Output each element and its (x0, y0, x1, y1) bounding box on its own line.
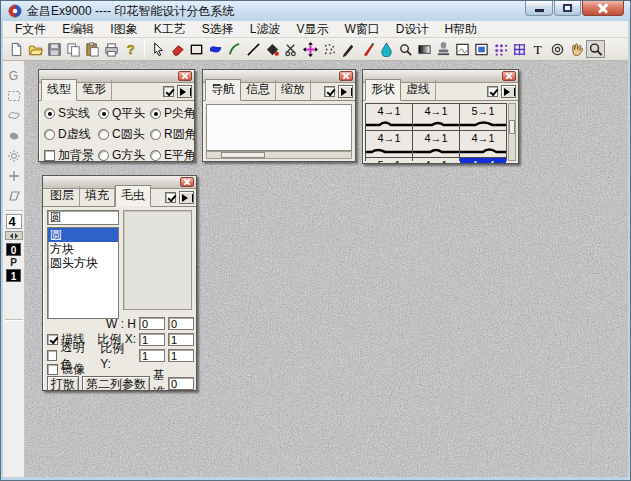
option-dash-line[interactable]: D虚线 (44, 126, 98, 143)
palette-pin-checkbox[interactable] (324, 86, 335, 97)
help-icon[interactable]: ? (121, 40, 140, 58)
droplet-icon[interactable] (377, 40, 396, 58)
option-round-corner[interactable]: R圆角 (150, 126, 195, 143)
palette-close-button[interactable] (178, 71, 192, 81)
palette-pin-checkbox[interactable] (165, 192, 176, 203)
transparent-checkbox[interactable] (47, 350, 57, 361)
title-bar[interactable]: 金昌Ex9000 ---- 印花智能设计分色系统 (1, 1, 630, 21)
scissors-icon[interactable] (282, 40, 301, 58)
tab-layer[interactable]: 图层 (45, 186, 80, 206)
palette-close-button[interactable] (502, 71, 516, 81)
tab-pen-shape[interactable]: 笔形 (77, 80, 112, 100)
pen-width-value[interactable]: 4 (6, 214, 22, 229)
p-tool-button[interactable]: P (10, 257, 17, 268)
marquee-icon[interactable] (5, 87, 23, 105)
scatter-button[interactable]: 打散 (47, 376, 79, 392)
menu-edit[interactable]: E编辑 (54, 21, 102, 37)
shape-cell[interactable]: 5→1 (366, 158, 412, 164)
blob-icon[interactable] (5, 127, 23, 145)
base-1-field[interactable]: 0 (168, 377, 194, 390)
second-column-params-button[interactable]: 第二列参数 (82, 376, 150, 392)
option-add-background[interactable]: 加背景 (44, 147, 98, 162)
menu-file[interactable]: F文件 (7, 21, 54, 37)
shape-cell[interactable]: 4→1 (413, 131, 459, 157)
stroke-checkbox[interactable] (47, 334, 58, 345)
option-sharp-corner[interactable]: P尖角 (150, 105, 195, 122)
menu-select[interactable]: S选择 (194, 21, 242, 37)
copy-icon[interactable] (64, 40, 83, 58)
minimize-button[interactable] (525, 1, 553, 16)
stamp-icon[interactable] (434, 40, 453, 58)
list-item-square[interactable]: 方块 (48, 242, 118, 256)
tab-info[interactable]: 信息 (241, 80, 276, 100)
palette-close-button[interactable] (180, 177, 194, 187)
shape-cell[interactable]: 4→1 (366, 104, 412, 130)
background-index-chip[interactable]: 1 (6, 269, 21, 282)
option-round-tip[interactable]: C圆头 (98, 126, 150, 143)
palette-pin-checkbox[interactable] (163, 86, 174, 97)
navigator-hscrollbar[interactable] (206, 151, 352, 159)
tab-line-type[interactable]: 线型 (41, 79, 77, 101)
tab-caterpillar[interactable]: 毛虫 (115, 185, 151, 207)
gradient-rect-icon[interactable] (415, 40, 434, 58)
scale-x1-field[interactable]: 1 (139, 333, 165, 346)
scroll-thumb[interactable] (221, 152, 264, 158)
magnifier-icon[interactable] (586, 40, 605, 58)
spray-icon[interactable] (320, 40, 339, 58)
menu-window[interactable]: W窗口 (336, 21, 387, 37)
hand-icon[interactable] (567, 40, 586, 58)
text-icon[interactable]: T (529, 40, 548, 58)
tab-shape[interactable]: 形状 (365, 79, 401, 101)
restore-button[interactable] (554, 1, 581, 16)
curve-icon[interactable] (225, 40, 244, 58)
menu-image[interactable]: I图象 (102, 21, 145, 37)
option-flat-corner[interactable]: E平角 (150, 147, 195, 162)
shape-cell[interactable]: 4→1 (366, 131, 412, 157)
scale-x2-field[interactable]: 1 (168, 333, 194, 346)
sun-icon[interactable] (5, 147, 23, 165)
select-cursor-icon[interactable] (149, 40, 168, 58)
mirror-checkbox[interactable] (47, 364, 58, 375)
palette-expand-button[interactable] (501, 85, 516, 98)
option-square-tip[interactable]: G方头 (98, 147, 150, 162)
shape-cell[interactable]: 4→1 (413, 104, 459, 130)
shape-cell-selected[interactable]: 4→4 (460, 158, 506, 164)
shape-cell[interactable]: 4→1 (413, 158, 459, 164)
palette-pin-checkbox[interactable] (487, 86, 498, 97)
menu-craft[interactable]: K工艺 (146, 21, 194, 37)
foreground-index-chip[interactable]: 0 (6, 243, 21, 256)
cross-icon[interactable] (5, 167, 23, 185)
palette-expand-button[interactable] (179, 191, 194, 204)
tab-zoom[interactable]: 缩放 (276, 80, 311, 100)
g-tool-button[interactable]: G (5, 67, 23, 85)
brush-list[interactable]: 圆 方块 圆头方块 (47, 227, 119, 319)
spiral-icon[interactable] (548, 40, 567, 58)
shape-cell[interactable]: 4→1 (460, 131, 506, 157)
height-field[interactable]: 0 (168, 317, 194, 330)
menu-design[interactable]: D设计 (388, 21, 437, 37)
pen-width-scrollbar[interactable] (5, 231, 23, 240)
shape-cell[interactable]: 5→1 (460, 104, 506, 130)
paste-icon[interactable] (83, 40, 102, 58)
grid-icon[interactable] (510, 40, 529, 58)
navigator-view[interactable] (206, 104, 352, 151)
brush-filter-field[interactable]: 圆 (47, 210, 119, 225)
tab-fill[interactable]: 填充 (80, 186, 115, 206)
option-solid-line[interactable]: S实线 (44, 105, 98, 122)
image-frame-icon[interactable] (472, 40, 491, 58)
tab-dash[interactable]: 虚线 (401, 80, 436, 100)
menu-filter[interactable]: L滤波 (242, 21, 289, 37)
zoom-small-icon[interactable] (396, 40, 415, 58)
line-icon[interactable] (244, 40, 263, 58)
scale-y2-field[interactable]: 1 (168, 349, 194, 362)
lasso-icon[interactable] (206, 40, 225, 58)
list-item-circle[interactable]: 圆 (48, 228, 118, 242)
open-folder-icon[interactable] (26, 40, 45, 58)
pen-icon[interactable] (339, 40, 358, 58)
halftone-icon[interactable] (491, 40, 510, 58)
option-flat-tip[interactable]: Q平头 (98, 105, 150, 122)
fill-icon[interactable] (263, 40, 282, 58)
shape-vscrollbar[interactable] (508, 103, 516, 161)
close-button[interactable] (582, 1, 624, 16)
scale-y1-field[interactable]: 1 (139, 349, 165, 362)
